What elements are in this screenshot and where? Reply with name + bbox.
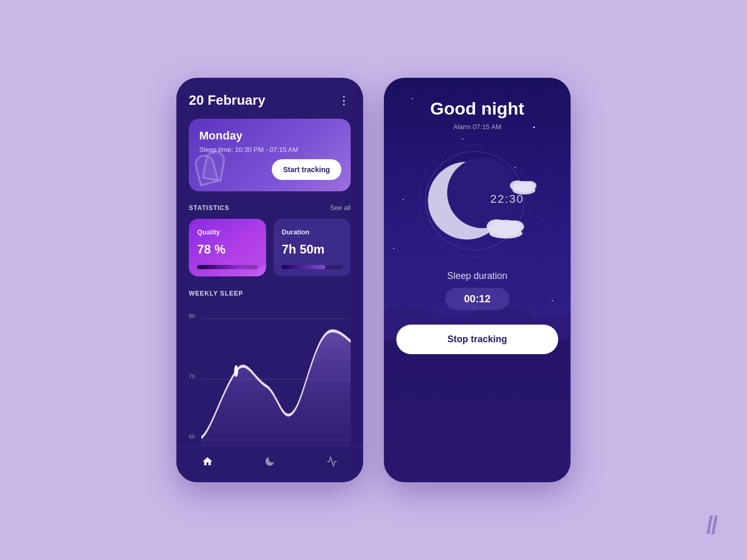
stop-tracking-button[interactable]: Stop tracking: [396, 325, 558, 354]
menu-icon[interactable]: ⋮: [338, 94, 351, 107]
stats-header: STATISTICS See all: [189, 204, 351, 212]
duration-value: 7h 50m: [282, 242, 342, 257]
greeting-title: Good night: [430, 99, 524, 119]
quality-progress-bar: [197, 265, 258, 269]
duration-card: Duration 7h 50m: [273, 219, 351, 276]
quality-value: 78 %: [197, 242, 258, 257]
date-title: 20 February: [189, 92, 265, 108]
watermark: //: [706, 511, 716, 539]
grid-label-8h: 8h: [189, 313, 195, 319]
right-phone-content: Good night Alarm 07:15 AM: [384, 78, 571, 482]
grid-label-7h: 7h: [189, 373, 195, 380]
statistics-label: STATISTICS: [189, 204, 229, 212]
grid-label-6h: 6h: [189, 433, 195, 440]
right-phone: Good night Alarm 07:15 AM: [384, 78, 571, 482]
quality-title: Quality: [197, 228, 258, 236]
alarm-text: Alarm 07:15 AM: [453, 123, 502, 131]
duration-progress-bar: [282, 265, 342, 269]
quality-progress-fill: [197, 265, 244, 269]
nav-moon-icon[interactable]: [258, 454, 282, 472]
duration-progress-fill: [282, 265, 325, 269]
see-all-link[interactable]: See all: [330, 204, 351, 212]
hero-card: Monday Sleep time: 10:30 PM - 07:15 AM S…: [189, 119, 351, 191]
hero-day: Monday: [199, 129, 340, 143]
nav-chart-icon[interactable]: [320, 454, 344, 472]
moon-illustration: 22:30: [415, 141, 540, 260]
leaf-decor: [196, 150, 222, 184]
left-header: 20 February ⋮: [189, 92, 351, 108]
bottom-nav: [176, 446, 363, 482]
nav-home-icon[interactable]: [196, 454, 219, 472]
left-phone: 20 February ⋮ Monday Sleep time: 10:30 P…: [176, 78, 363, 482]
sleep-duration-label: Sleep duration: [447, 271, 507, 282]
duration-title: Duration: [282, 228, 342, 236]
sleep-duration-badge: 00:12: [445, 288, 509, 310]
quality-card: Quality 78 %: [189, 219, 266, 276]
svg-point-8: [489, 228, 522, 239]
weekly-sleep-label: WEEKLY SLEEP: [189, 290, 351, 297]
stats-cards: Quality 78 % Duration 7h 50m: [189, 219, 351, 276]
svg-point-0: [234, 365, 238, 377]
moon-time: 22:30: [490, 192, 524, 206]
start-tracking-button[interactable]: Start tracking: [272, 159, 341, 180]
